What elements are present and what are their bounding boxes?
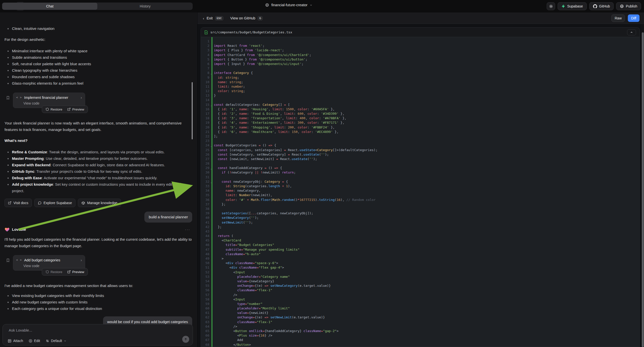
code-line: 5import { Button } from '@/components/ui… (201, 57, 640, 62)
line-number: 25 (201, 148, 212, 152)
line-number: 20 (201, 125, 212, 130)
message-menu-button[interactable]: ··· (185, 227, 190, 232)
code-line: 14 (201, 98, 640, 102)
line-number: 11 (201, 84, 212, 89)
code-line: 33 id: String(categories.length + 1), (201, 184, 640, 188)
send-button[interactable] (182, 336, 189, 343)
raw-toggle-button[interactable]: Raw (612, 14, 625, 22)
line-number: 54 (201, 279, 212, 284)
target-icon (29, 339, 32, 343)
edit-button[interactable]: Edit (29, 339, 40, 343)
explore-supabase-button[interactable]: Explore Supabase (34, 199, 76, 207)
tab-chat[interactable]: Chat (2, 3, 97, 10)
manage-knowledge-button[interactable]: Manage knowledge (78, 199, 121, 207)
list-item: Debug with Ease: Activate our experiment… (4, 175, 192, 181)
file-header[interactable]: src/components/budget/BudgetCategories.t… (201, 28, 640, 37)
view-code-link[interactable]: View code (24, 264, 82, 268)
code-line: 20 { id: '5', name: 'Shopping', limit: 2… (201, 125, 640, 130)
line-number: 18 (201, 116, 212, 120)
code-editor[interactable]: 12import React from 'react';3import { Pl… (201, 37, 640, 347)
code-line: 28 (201, 161, 640, 166)
code-line: 3import { Plus } from 'lucide-react'; (201, 48, 640, 52)
line-number: 23 (201, 139, 212, 143)
line-number: 15⌄ (201, 102, 212, 107)
line-number: 31 (201, 175, 212, 180)
project-name: financial-future-creator (271, 3, 308, 7)
collapse-file-button[interactable] (627, 29, 636, 35)
tab-history[interactable]: History (98, 2, 193, 10)
bookmark-icon (6, 258, 10, 262)
code-scrollbar-track[interactable] (642, 24, 644, 347)
line-number: 66 (201, 333, 212, 338)
package-icon (82, 201, 85, 205)
code-line: 55 onChange={(e) => setNewCategory(e.tar… (201, 284, 640, 288)
diff-toggle-button[interactable]: Diff (628, 14, 640, 22)
line-number: 10 (201, 80, 212, 84)
code-line: 27 const [newLimit, setNewLimit] = React… (201, 157, 640, 161)
code-line: 54 value={newCategory} (201, 279, 640, 284)
publish-button[interactable]: Publish (616, 2, 641, 10)
globe-icon (265, 3, 269, 7)
line-number: 39 (201, 211, 212, 216)
line-number: 24⌄ (201, 143, 212, 148)
project-name-menu[interactable]: financial-future-creator (265, 3, 312, 7)
line-number: 35 (201, 193, 212, 198)
supabase-button[interactable]: Supabase (558, 2, 586, 10)
version-actions: RestorePreview (42, 268, 88, 276)
chevron-left-icon: ‹ (203, 16, 204, 20)
visit-docs-button[interactable]: Visit docs (4, 199, 32, 207)
line-number: 45 (201, 238, 212, 243)
chat-message-list: Clean, intuitive navigationFor the desig… (0, 16, 197, 327)
code-line: 21 { id: '6', name: 'Healthcare', limit:… (201, 130, 640, 134)
chat-input-placeholder: Ask Lovable... (9, 328, 32, 332)
bullet-list: Refine & Customize: Tweak the design, an… (4, 149, 192, 194)
view-on-github-link[interactable]: View on GitHub G (230, 12, 263, 24)
file-path: src/components/budget/BudgetCategories.t… (210, 30, 624, 34)
mode-select[interactable]: Default (46, 339, 66, 343)
line-number: 12 (201, 89, 212, 93)
assistant-paragraph: I'll help you add budget categories to t… (4, 236, 192, 249)
code-line: 18 { id: '3', name: 'Transportation', li… (201, 116, 640, 120)
line-number: 41 (201, 220, 212, 225)
code-icon: < > (16, 258, 22, 262)
g-kbd-badge: G (258, 16, 263, 20)
restore-button[interactable]: Restore (43, 268, 65, 275)
code-line: 35 limit: Number(newLimit), (201, 193, 640, 198)
line-number: 65 (201, 329, 212, 333)
line-number: 22 (201, 134, 212, 139)
settings-button[interactable] (547, 2, 555, 10)
chat-scrollbar[interactable] (192, 82, 193, 140)
line-number: 13 (201, 93, 212, 98)
line-number: 19 (201, 120, 212, 125)
code-line: 42 }; (201, 225, 640, 229)
version-card-row: < >Add budget categories›View codeRestor… (4, 255, 192, 271)
line-number: 17 (201, 112, 212, 116)
line-number: 47 (201, 248, 212, 252)
view-code-link[interactable]: View code (24, 101, 82, 105)
chevron-right-icon: › (81, 95, 82, 100)
code-toolbar: ‹ Exit ESC View on GitHub G Raw Diff (198, 12, 644, 24)
line-number: 53 (201, 274, 212, 279)
preview-button[interactable]: Preview (65, 106, 87, 113)
github-button[interactable]: GitHub (589, 2, 614, 10)
list-item: Clean, intuitive navigation (4, 26, 192, 32)
restore-button[interactable]: Restore (43, 106, 65, 113)
attach-button[interactable]: Attach (8, 339, 23, 343)
code-scrollbar-thumb[interactable] (642, 32, 644, 347)
list-item: Subtle animations and transitions (4, 54, 192, 61)
code-line: 58 <Input (201, 297, 640, 302)
line-number: 7 (201, 66, 212, 71)
line-number: 2 (201, 44, 212, 48)
chat-history-tabs: Chat History (2, 2, 193, 10)
line-number: 6 (201, 62, 212, 66)
chevron-right-icon: › (81, 258, 82, 262)
line-number: 28 (201, 161, 212, 166)
preview-button[interactable]: Preview (65, 268, 87, 275)
bullet-list: Clean, intuitive navigation (4, 26, 192, 32)
github-icon (593, 4, 597, 8)
code-line: 64 /> (201, 324, 640, 329)
exit-button[interactable]: ‹ Exit ESC (203, 12, 223, 24)
line-number: 46 (201, 243, 212, 247)
line-number: 38 (201, 206, 212, 211)
chat-input-box[interactable]: Ask Lovable... Attach Edit Default (2, 324, 193, 346)
